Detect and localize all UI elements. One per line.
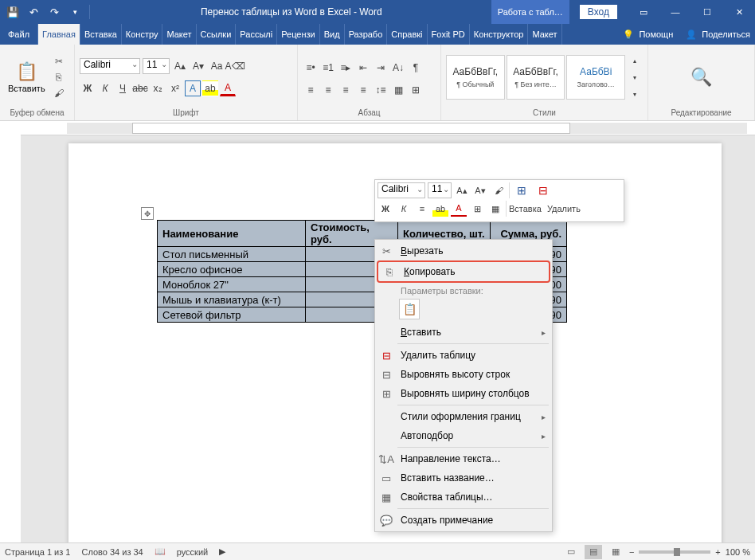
align-center-icon[interactable]: ≡ [320,82,336,98]
change-case-icon[interactable]: Aa [209,58,225,74]
cell[interactable]: Моноблок 27" [158,277,306,292]
clear-format-icon[interactable]: A⌫ [227,58,243,74]
ribbon-options-icon[interactable]: ▭ [628,0,659,24]
tell-me-label[interactable]: Помощн [639,29,673,39]
tab-references[interactable]: Ссылки [197,24,237,45]
horizontal-ruler[interactable] [21,121,755,135]
tab-help[interactable]: Справкі [387,24,427,45]
mini-size-combo[interactable]: 11 [428,182,452,198]
maximize-icon[interactable]: ☐ [691,0,723,24]
shading-icon[interactable]: ▦ [390,82,406,98]
paste-button[interactable]: 📋 Вставить [5,60,49,95]
share-icon[interactable]: 👤 [686,29,697,40]
macro-icon[interactable]: ▶ [219,546,225,557]
styles-up-icon[interactable]: ▴ [627,53,643,69]
text-effects-icon[interactable]: A [185,80,201,96]
tab-layout[interactable]: Макет [162,24,196,45]
mini-borders-icon[interactable]: ⊞ [469,201,485,217]
subscript-button[interactable]: x₂ [150,80,166,96]
align-left-icon[interactable]: ≡ [303,82,319,98]
ctx-distribute-rows[interactable]: ⊟ Выровнять высоту строк [375,365,552,384]
ctx-insert-caption[interactable]: ▭ Вставить название… [375,468,552,488]
cell[interactable]: Кресло офисное [158,262,306,277]
grow-font-icon[interactable]: A▴ [172,58,188,74]
mini-italic-button[interactable]: К [396,201,412,217]
italic-button[interactable]: К [97,80,113,96]
zoom-in-icon[interactable]: + [715,547,720,557]
zoom-level[interactable]: 100 % [726,547,750,557]
borders-icon[interactable]: ⊞ [408,82,424,98]
justify-icon[interactable]: ≡ [355,82,371,98]
status-page[interactable]: Страница 1 из 1 [5,547,70,557]
ctx-distribute-cols[interactable]: ⊞ Выровнять ширину столбцов [375,384,552,403]
style-heading1[interactable]: АаБбВі Заголово… [566,55,625,100]
find-button[interactable]: 🔍 [687,65,715,89]
ctx-delete-table[interactable]: ⊟ Удалить таблицу [375,346,552,365]
strike-button[interactable]: abc [132,80,148,96]
style-nospacing[interactable]: АаБбВвГг, ¶ Без инте… [507,55,565,100]
cell[interactable]: Мышь и клавиатура (к-т) [158,292,306,307]
styles-down-icon[interactable]: ▾ [627,69,643,85]
numbering-icon[interactable]: ≡1 [320,60,336,76]
tab-review[interactable]: Рецензи [277,24,320,45]
minimize-icon[interactable]: — [659,0,691,24]
ctx-text-direction[interactable]: ⇅A Направление текста… [375,449,552,468]
redo-icon[interactable]: ↷ [45,2,64,22]
share-label[interactable]: Поделиться [702,29,750,39]
font-color-icon[interactable]: A [220,80,236,96]
mini-shrink-font-icon[interactable]: A▾ [472,182,488,198]
align-right-icon[interactable]: ≡ [338,82,354,98]
table-move-handle-icon[interactable]: ✥ [141,207,154,220]
ctx-table-properties[interactable]: ▦ Свойства таблицы… [375,488,552,507]
print-layout-icon[interactable]: ▤ [585,545,602,559]
tab-constructor[interactable]: Конструктор [470,24,529,45]
read-mode-icon[interactable]: ▭ [562,545,580,559]
mini-delete-label[interactable]: Удалить [547,204,581,213]
underline-button[interactable]: Ч [115,80,131,96]
ctx-paste[interactable]: Вставить ▸ [375,323,552,342]
mini-shading-icon[interactable]: ▦ [487,201,503,217]
save-icon[interactable]: 💾 [3,2,22,22]
tab-file[interactable]: Файл [0,24,38,45]
mini-grow-font-icon[interactable]: A▴ [454,182,470,198]
cut-icon[interactable]: ✂ [52,54,66,69]
tab-insert[interactable]: Вставка [80,24,122,45]
ctx-cut[interactable]: ✂ Вырезать [375,241,552,260]
mini-format-painter-icon[interactable]: 🖌 [491,182,507,198]
tab-layout2[interactable]: Макет [528,24,561,45]
paste-option-icon[interactable]: 📋 [399,299,420,319]
proofing-icon[interactable]: 📖 [155,546,166,557]
zoom-out-icon[interactable]: − [629,547,634,557]
style-normal[interactable]: АаБбВвГг, ¶ Обычный [446,55,505,100]
tab-view[interactable]: Вид [320,24,345,45]
show-marks-icon[interactable]: ¶ [408,60,424,76]
line-spacing-icon[interactable]: ↕≡ [373,82,389,98]
tab-design[interactable]: Констру [122,24,163,45]
mini-highlight-icon[interactable]: ab [432,201,448,217]
login-button[interactable]: Вход [579,4,618,20]
ctx-autofit[interactable]: Автоподбор ▸ [375,426,552,445]
ctx-copy[interactable]: ⎘ Копировать [378,262,549,281]
multilevel-icon[interactable]: ≡▸ [338,60,354,76]
zoom-slider[interactable] [639,550,710,554]
tab-developer[interactable]: Разрабо [345,24,388,45]
tab-foxit[interactable]: Foxit PD [428,24,470,45]
mini-insert-icon[interactable]: ⊞ [512,182,531,198]
increase-indent-icon[interactable]: ⇥ [373,60,389,76]
ctx-border-styles[interactable]: Стили оформления границ ▸ [375,407,552,426]
undo-icon[interactable]: ↶ [24,2,43,22]
bullets-icon[interactable]: ≡• [303,60,319,76]
table-header[interactable]: Наименование [158,221,306,247]
mini-delete-icon[interactable]: ⊟ [534,182,553,198]
mini-insert-label[interactable]: Вставка [509,204,542,213]
font-size-combo[interactable]: 11 [143,58,170,74]
superscript-button[interactable]: x² [167,80,183,96]
sort-icon[interactable]: A↓ [390,60,406,76]
font-name-combo[interactable]: Calibri [80,58,140,74]
close-icon[interactable]: ✕ [723,0,755,24]
qat-dropdown-icon[interactable]: ▾ [65,2,84,22]
cell[interactable]: Стол письменный [158,247,306,262]
tab-mailings[interactable]: Рассылі [236,24,277,45]
status-language[interactable]: русский [177,547,208,557]
mini-font-combo[interactable]: Calibri [378,182,425,198]
